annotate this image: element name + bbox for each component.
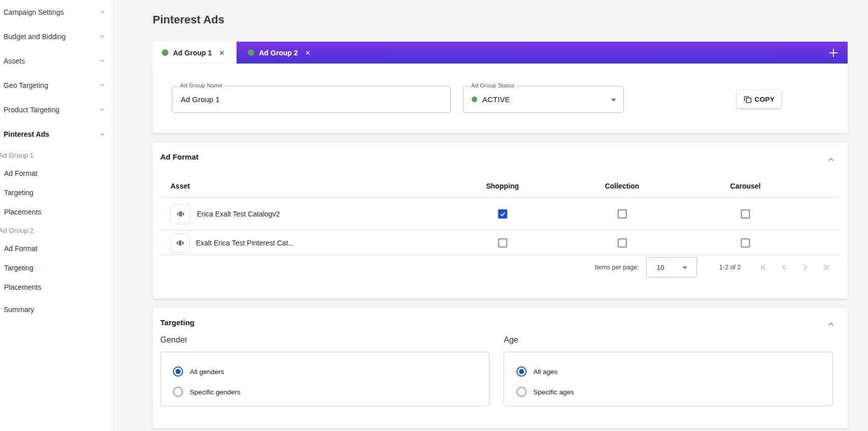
radio-option-specific-genders[interactable]: Specific genders xyxy=(173,382,489,402)
close-tab-icon[interactable] xyxy=(304,49,311,56)
carousel-checkbox[interactable] xyxy=(741,238,750,248)
tabbar-spacer xyxy=(321,42,819,64)
ad-group-name-field-wrapper: Ad Group Name xyxy=(172,86,451,113)
sidebar-group-ad-group-2: Ad Group 2 xyxy=(0,222,113,239)
dropdown-caret-icon xyxy=(611,99,616,102)
first-page-button[interactable] xyxy=(754,257,774,278)
ad-format-card: Ad Format Asset Shopping Collection Caro… xyxy=(153,143,848,299)
ad-group-name-input[interactable] xyxy=(181,95,442,104)
collapse-section-icon[interactable] xyxy=(826,155,835,164)
chevron-down-icon xyxy=(98,130,106,138)
gender-targeting-group: Gender All genders Specific genders xyxy=(160,335,489,406)
first-page-icon xyxy=(759,262,769,272)
section-title: Targeting xyxy=(160,318,194,327)
next-page-button[interactable] xyxy=(795,257,815,278)
chevron-left-icon xyxy=(779,262,790,272)
chevron-right-icon xyxy=(800,262,810,272)
targeting-card: Targeting Gender All genders Specific ge… xyxy=(153,307,848,428)
field-label: Ad Group Status xyxy=(469,82,517,88)
radio-button[interactable] xyxy=(173,366,183,377)
ad-group-status-select[interactable]: Ad Group Status ACTIVE xyxy=(463,86,624,113)
column-header-collection: Collection xyxy=(557,182,687,190)
sidebar-item-assets[interactable]: Assets xyxy=(0,49,113,73)
carousel-checkbox[interactable] xyxy=(741,209,750,219)
sidebar-item-placements-1[interactable]: Placements xyxy=(0,202,113,222)
shopping-checkbox[interactable] xyxy=(498,209,507,219)
sidebar-item-label: Campaign Settings xyxy=(4,8,64,16)
copy-icon xyxy=(743,95,752,104)
ad-format-table: Asset Shopping Collection Carousel Erica… xyxy=(160,174,840,255)
last-page-button[interactable] xyxy=(815,257,835,278)
column-header-carousel: Carousel xyxy=(687,182,804,190)
chevron-up-icon xyxy=(98,81,106,89)
sidebar-group-ad-group-1: Ad Group 1 xyxy=(0,146,113,164)
catalog-thumbnail-icon xyxy=(170,233,190,253)
table-header-row: Asset Shopping Collection Carousel xyxy=(160,174,840,198)
copy-button-label: COPY xyxy=(755,96,774,103)
status-dot-icon xyxy=(248,49,254,56)
sidebar: Campaign Settings Budget and Bidding Ass… xyxy=(0,0,113,431)
radio-label: All genders xyxy=(190,368,224,376)
sidebar-item-ad-format-1[interactable]: Ad Format xyxy=(0,164,113,183)
ad-group-tabbar: Ad Group 1 Ad Group 2 xyxy=(153,42,848,64)
items-per-page-value: 10 xyxy=(657,264,664,271)
shopping-checkbox[interactable] xyxy=(498,238,507,248)
column-header-asset: Asset xyxy=(160,182,448,190)
pagination-range: 1-2 of 2 xyxy=(719,264,741,271)
radio-button[interactable] xyxy=(173,387,183,397)
asset-name: Erica Exalt Test Catalogv2 xyxy=(197,210,280,218)
chevron-up-icon xyxy=(98,8,106,16)
table-row: Erica Exalt Test Catalogv2 xyxy=(160,198,840,231)
sidebar-item-product-targeting[interactable]: Product Targeting xyxy=(0,98,113,122)
age-heading: Age xyxy=(504,335,833,345)
age-options-box: All ages Specific ages xyxy=(504,352,833,406)
gender-heading: Gender xyxy=(160,335,489,345)
status-dot-icon xyxy=(162,49,168,56)
collapse-section-icon[interactable] xyxy=(826,320,835,329)
sidebar-item-targeting-2[interactable]: Targeting xyxy=(0,258,113,278)
radio-option-specific-ages[interactable]: Specific ages xyxy=(516,382,832,402)
table-pagination: Items per page: 10 1-2 of 2 xyxy=(595,257,835,278)
sidebar-item-geo-targeting[interactable]: Geo Targeting xyxy=(0,73,113,98)
previous-page-button[interactable] xyxy=(774,257,795,278)
radio-option-all-genders[interactable]: All genders xyxy=(173,361,489,382)
tab-ad-group-1[interactable]: Ad Group 1 xyxy=(153,42,237,64)
column-header-shopping: Shopping xyxy=(448,182,557,190)
sidebar-item-placements-2[interactable]: Placements xyxy=(0,278,113,297)
items-per-page-label: Items per page: xyxy=(595,264,639,271)
radio-option-all-ages[interactable]: All ages xyxy=(516,361,832,382)
sidebar-item-campaign-settings[interactable]: Campaign Settings xyxy=(0,0,113,24)
copy-button[interactable]: COPY xyxy=(737,90,781,108)
tab-ad-group-2[interactable]: Ad Group 2 xyxy=(237,42,321,64)
status-value: ACTIVE xyxy=(482,95,510,104)
page-title: Pinterest Ads xyxy=(153,13,224,26)
collection-checkbox[interactable] xyxy=(618,209,627,219)
sidebar-item-ad-format-2[interactable]: Ad Format xyxy=(0,239,113,258)
catalog-thumbnail-icon xyxy=(170,204,191,224)
sidebar-item-label: Budget and Bidding xyxy=(4,33,66,41)
tab-label: Ad Group 1 xyxy=(173,49,212,57)
items-per-page-select[interactable]: 10 xyxy=(646,257,697,278)
radio-button[interactable] xyxy=(516,387,527,397)
dropdown-caret-icon xyxy=(682,266,687,269)
active-status-dot-icon xyxy=(472,97,477,102)
gender-options-box: All genders Specific genders xyxy=(160,352,489,406)
table-row: Exalt Erica Test Pinterest Cat... xyxy=(160,231,840,255)
sidebar-item-label: Geo Targeting xyxy=(4,81,48,89)
sidebar-item-targeting-1[interactable]: Targeting xyxy=(0,183,113,202)
asset-cell: Erica Exalt Test Catalogv2 xyxy=(160,204,448,224)
add-ad-group-button[interactable] xyxy=(819,42,848,64)
sidebar-item-label: Pinterest Ads xyxy=(4,130,49,138)
last-page-icon xyxy=(820,262,830,272)
sidebar-item-summary[interactable]: Summary xyxy=(0,299,113,320)
sidebar-item-budget-and-bidding[interactable]: Budget and Bidding xyxy=(0,24,113,49)
close-tab-icon[interactable] xyxy=(218,49,225,56)
radio-label: Specific ages xyxy=(533,388,574,396)
collection-checkbox[interactable] xyxy=(618,238,627,248)
radio-label: All ages xyxy=(533,368,558,376)
radio-button[interactable] xyxy=(516,366,527,377)
plus-icon xyxy=(827,47,840,59)
sidebar-item-pinterest-ads[interactable]: Pinterest Ads xyxy=(0,122,113,146)
asset-name: Exalt Erica Test Pinterest Cat... xyxy=(196,239,294,247)
sidebar-item-label: Product Targeting xyxy=(4,106,59,114)
